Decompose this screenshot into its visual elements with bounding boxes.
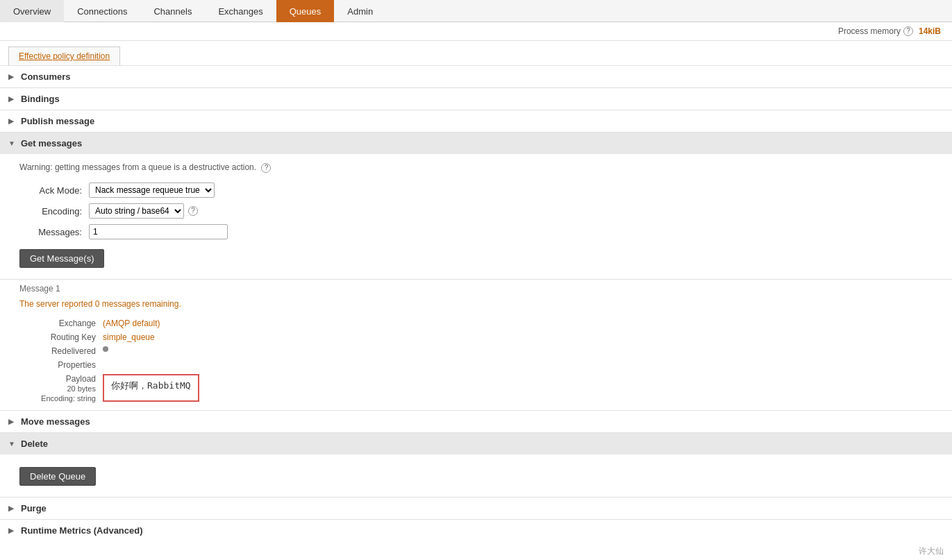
tab-channels[interactable]: Channels: [140, 0, 205, 22]
ack-mode-row: Ack Mode: Nack message requeue true Ack …: [19, 183, 941, 198]
memory-value: 14kiB: [919, 26, 941, 36]
payload-key: Payload 20 bytes Encoding: string: [19, 374, 103, 403]
delete-queue-button[interactable]: Delete Queue: [19, 467, 96, 486]
redelivered-key: Redelivered: [19, 346, 103, 356]
move-messages-arrow: ▶: [8, 418, 17, 426]
messages-count-input[interactable]: 1: [89, 224, 228, 239]
purge-header[interactable]: ▶ Purge: [0, 498, 952, 519]
tab-overview[interactable]: Overview: [0, 0, 64, 22]
policy-tab[interactable]: Effective policy definition: [8, 46, 120, 65]
bindings-header[interactable]: ▶ Bindings: [0, 88, 952, 110]
encoding-select[interactable]: Auto string / base64 base64: [89, 203, 184, 219]
section-purge: ▶ Purge: [0, 497, 952, 519]
message-detail: Exchange (AMQP default) Routing Key simp…: [19, 319, 952, 403]
main-content: Effective policy definition ▶ Consumers …: [0, 41, 952, 555]
move-messages-label: Move messages: [21, 416, 90, 427]
delete-arrow: ▼: [8, 440, 17, 448]
tab-connections[interactable]: Connections: [64, 0, 140, 22]
consumers-label: Consumers: [21, 71, 71, 82]
ack-mode-label: Ack Mode:: [19, 185, 82, 196]
top-info-bar: Process memory ? 14kiB: [0, 22, 952, 41]
nav-tabs: Overview Connections Channels Exchanges …: [0, 0, 952, 22]
message-result-heading: Message 1: [0, 279, 952, 296]
redelivered-row: Redelivered: [19, 346, 952, 356]
bindings-arrow: ▶: [8, 95, 17, 103]
routing-key-key: Routing Key: [19, 332, 103, 342]
consumers-arrow: ▶: [8, 73, 17, 81]
tab-admin[interactable]: Admin: [334, 0, 386, 22]
warning-help-icon[interactable]: ?: [261, 163, 271, 173]
runtime-metrics-header[interactable]: ▶ Runtime Metrics (Advanced): [0, 520, 952, 541]
memory-help-icon[interactable]: ?: [903, 26, 913, 36]
exchange-key: Exchange: [19, 319, 103, 328]
section-consumers: ▶ Consumers: [0, 65, 952, 87]
get-messages-content: Warning: getting messages from a queue i…: [0, 154, 952, 279]
runtime-metrics-label: Runtime Metrics (Advanced): [21, 525, 143, 536]
properties-key: Properties: [19, 360, 103, 370]
encoding-label: Encoding:: [19, 206, 82, 217]
delete-header[interactable]: ▼ Delete: [0, 433, 952, 455]
move-messages-header[interactable]: ▶ Move messages: [0, 411, 952, 432]
get-messages-label: Get messages: [21, 138, 82, 149]
messages-count-row: Messages: 1: [19, 224, 941, 239]
section-delete: ▼ Delete Delete Queue: [0, 432, 952, 497]
get-messages-arrow: ▼: [8, 139, 17, 148]
runtime-metrics-arrow: ▶: [8, 527, 17, 535]
get-messages-header[interactable]: ▼ Get messages: [0, 133, 952, 154]
payload-content: 你好啊，RabbitMQ: [103, 374, 199, 402]
memory-label: Process memory: [838, 26, 901, 36]
warning-message: Warning: getting messages from a queue i…: [19, 162, 256, 172]
footer-text: 许大仙: [919, 546, 944, 555]
section-runtime-metrics: ▶ Runtime Metrics (Advanced): [0, 519, 952, 541]
exchange-row: Exchange (AMQP default): [19, 319, 952, 328]
server-text-before: The server reported: [19, 299, 95, 309]
payload-row: Payload 20 bytes Encoding: string 你好啊，Ra…: [19, 374, 952, 403]
tab-queues[interactable]: Queues: [276, 0, 335, 22]
footer: 许大仙: [910, 543, 952, 555]
section-publish: ▶ Publish message: [0, 110, 952, 132]
messages-count-label: Messages:: [19, 227, 82, 237]
redelivered-dot: [103, 346, 108, 352]
encoding-help-icon[interactable]: ?: [188, 206, 198, 216]
payload-size: 20 bytes: [67, 384, 96, 393]
exchange-value: (AMQP default): [103, 319, 160, 328]
publish-header[interactable]: ▶ Publish message: [0, 110, 952, 132]
delete-content: Delete Queue: [0, 455, 952, 497]
section-bindings: ▶ Bindings: [0, 87, 952, 110]
section-get-messages: ▼ Get messages Warning: getting messages…: [0, 132, 952, 279]
payload-encoding-label: Encoding: string: [41, 394, 96, 402]
section-move-messages: ▶ Move messages: [0, 410, 952, 432]
purge-arrow: ▶: [8, 504, 17, 513]
purge-label: Purge: [21, 503, 47, 514]
ack-mode-select[interactable]: Nack message requeue true Ack message re…: [89, 183, 215, 198]
encoding-row: Encoding: Auto string / base64 base64 ?: [19, 203, 941, 219]
get-messages-button[interactable]: Get Message(s): [19, 249, 104, 268]
routing-key-value: simple_queue: [103, 332, 155, 342]
delete-label: Delete: [21, 439, 48, 449]
server-message: The server reported 0 messages remaining…: [0, 296, 952, 316]
tab-exchanges[interactable]: Exchanges: [205, 0, 276, 22]
consumers-header[interactable]: ▶ Consumers: [0, 66, 952, 87]
bindings-label: Bindings: [21, 94, 60, 104]
publish-arrow: ▶: [8, 117, 17, 126]
server-text-after: messages remaining.: [99, 299, 181, 309]
properties-row: Properties: [19, 360, 952, 370]
publish-label: Publish message: [21, 116, 94, 126]
warning-text: Warning: getting messages from a queue i…: [19, 162, 941, 173]
routing-key-row: Routing Key simple_queue: [19, 332, 952, 342]
